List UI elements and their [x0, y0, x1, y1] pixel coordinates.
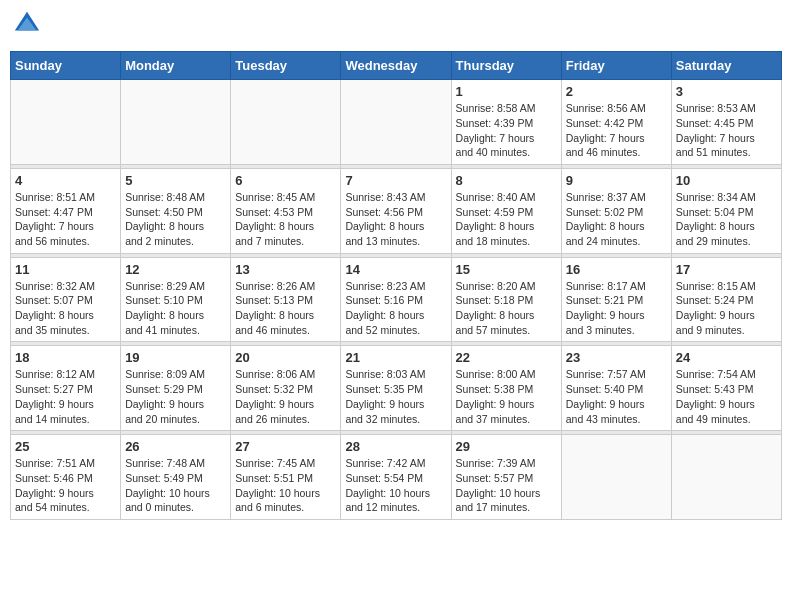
day-info: Sunrise: 8:17 AMSunset: 5:21 PMDaylight:…: [566, 279, 667, 338]
day-info: Sunrise: 8:03 AMSunset: 5:35 PMDaylight:…: [345, 367, 446, 426]
day-number: 2: [566, 84, 667, 99]
calendar-cell: 12Sunrise: 8:29 AMSunset: 5:10 PMDayligh…: [121, 257, 231, 342]
calendar-cell: 2Sunrise: 8:56 AMSunset: 4:42 PMDaylight…: [561, 80, 671, 165]
calendar-cell: 5Sunrise: 8:48 AMSunset: 4:50 PMDaylight…: [121, 168, 231, 253]
calendar-cell: 10Sunrise: 8:34 AMSunset: 5:04 PMDayligh…: [671, 168, 781, 253]
weekday-header-thursday: Thursday: [451, 52, 561, 80]
day-info: Sunrise: 8:45 AMSunset: 4:53 PMDaylight:…: [235, 190, 336, 249]
calendar-cell: 3Sunrise: 8:53 AMSunset: 4:45 PMDaylight…: [671, 80, 781, 165]
calendar-body: 1Sunrise: 8:58 AMSunset: 4:39 PMDaylight…: [11, 80, 782, 520]
day-number: 1: [456, 84, 557, 99]
calendar-cell: 25Sunrise: 7:51 AMSunset: 5:46 PMDayligh…: [11, 435, 121, 520]
day-number: 9: [566, 173, 667, 188]
calendar-cell: 29Sunrise: 7:39 AMSunset: 5:57 PMDayligh…: [451, 435, 561, 520]
weekday-header-wednesday: Wednesday: [341, 52, 451, 80]
calendar-cell: [231, 80, 341, 165]
calendar-cell: [341, 80, 451, 165]
day-number: 4: [15, 173, 116, 188]
day-number: 19: [125, 350, 226, 365]
calendar-week-4: 18Sunrise: 8:12 AMSunset: 5:27 PMDayligh…: [11, 346, 782, 431]
day-number: 5: [125, 173, 226, 188]
day-number: 27: [235, 439, 336, 454]
day-info: Sunrise: 8:43 AMSunset: 4:56 PMDaylight:…: [345, 190, 446, 249]
calendar-cell: 7Sunrise: 8:43 AMSunset: 4:56 PMDaylight…: [341, 168, 451, 253]
day-number: 21: [345, 350, 446, 365]
day-number: 14: [345, 262, 446, 277]
day-info: Sunrise: 7:48 AMSunset: 5:49 PMDaylight:…: [125, 456, 226, 515]
day-info: Sunrise: 8:58 AMSunset: 4:39 PMDaylight:…: [456, 101, 557, 160]
calendar-cell: 24Sunrise: 7:54 AMSunset: 5:43 PMDayligh…: [671, 346, 781, 431]
day-number: 3: [676, 84, 777, 99]
calendar-cell: 18Sunrise: 8:12 AMSunset: 5:27 PMDayligh…: [11, 346, 121, 431]
calendar-header-row: SundayMondayTuesdayWednesdayThursdayFrid…: [11, 52, 782, 80]
calendar-cell: 15Sunrise: 8:20 AMSunset: 5:18 PMDayligh…: [451, 257, 561, 342]
calendar-cell: [121, 80, 231, 165]
calendar-cell: 8Sunrise: 8:40 AMSunset: 4:59 PMDaylight…: [451, 168, 561, 253]
calendar-cell: 21Sunrise: 8:03 AMSunset: 5:35 PMDayligh…: [341, 346, 451, 431]
calendar-cell: 6Sunrise: 8:45 AMSunset: 4:53 PMDaylight…: [231, 168, 341, 253]
day-number: 17: [676, 262, 777, 277]
calendar-table: SundayMondayTuesdayWednesdayThursdayFrid…: [10, 51, 782, 520]
day-info: Sunrise: 8:12 AMSunset: 5:27 PMDaylight:…: [15, 367, 116, 426]
day-number: 26: [125, 439, 226, 454]
calendar-cell: 4Sunrise: 8:51 AMSunset: 4:47 PMDaylight…: [11, 168, 121, 253]
day-info: Sunrise: 8:51 AMSunset: 4:47 PMDaylight:…: [15, 190, 116, 249]
day-number: 25: [15, 439, 116, 454]
calendar-cell: [561, 435, 671, 520]
day-info: Sunrise: 8:20 AMSunset: 5:18 PMDaylight:…: [456, 279, 557, 338]
calendar-cell: 13Sunrise: 8:26 AMSunset: 5:13 PMDayligh…: [231, 257, 341, 342]
day-info: Sunrise: 7:45 AMSunset: 5:51 PMDaylight:…: [235, 456, 336, 515]
day-number: 24: [676, 350, 777, 365]
calendar-cell: 11Sunrise: 8:32 AMSunset: 5:07 PMDayligh…: [11, 257, 121, 342]
day-number: 18: [15, 350, 116, 365]
calendar-cell: 9Sunrise: 8:37 AMSunset: 5:02 PMDaylight…: [561, 168, 671, 253]
day-info: Sunrise: 8:56 AMSunset: 4:42 PMDaylight:…: [566, 101, 667, 160]
weekday-header-saturday: Saturday: [671, 52, 781, 80]
day-info: Sunrise: 7:42 AMSunset: 5:54 PMDaylight:…: [345, 456, 446, 515]
day-number: 8: [456, 173, 557, 188]
day-number: 13: [235, 262, 336, 277]
calendar-cell: 14Sunrise: 8:23 AMSunset: 5:16 PMDayligh…: [341, 257, 451, 342]
day-info: Sunrise: 8:26 AMSunset: 5:13 PMDaylight:…: [235, 279, 336, 338]
calendar-cell: 26Sunrise: 7:48 AMSunset: 5:49 PMDayligh…: [121, 435, 231, 520]
calendar-cell: [11, 80, 121, 165]
logo: [10, 10, 41, 43]
calendar-week-1: 1Sunrise: 8:58 AMSunset: 4:39 PMDaylight…: [11, 80, 782, 165]
day-info: Sunrise: 8:29 AMSunset: 5:10 PMDaylight:…: [125, 279, 226, 338]
day-info: Sunrise: 7:57 AMSunset: 5:40 PMDaylight:…: [566, 367, 667, 426]
calendar-cell: 17Sunrise: 8:15 AMSunset: 5:24 PMDayligh…: [671, 257, 781, 342]
day-number: 15: [456, 262, 557, 277]
day-number: 29: [456, 439, 557, 454]
day-number: 10: [676, 173, 777, 188]
day-info: Sunrise: 8:53 AMSunset: 4:45 PMDaylight:…: [676, 101, 777, 160]
calendar-week-2: 4Sunrise: 8:51 AMSunset: 4:47 PMDaylight…: [11, 168, 782, 253]
day-number: 23: [566, 350, 667, 365]
day-info: Sunrise: 8:06 AMSunset: 5:32 PMDaylight:…: [235, 367, 336, 426]
day-info: Sunrise: 8:23 AMSunset: 5:16 PMDaylight:…: [345, 279, 446, 338]
day-number: 11: [15, 262, 116, 277]
calendar-cell: 1Sunrise: 8:58 AMSunset: 4:39 PMDaylight…: [451, 80, 561, 165]
day-number: 20: [235, 350, 336, 365]
day-info: Sunrise: 8:37 AMSunset: 5:02 PMDaylight:…: [566, 190, 667, 249]
weekday-header-monday: Monday: [121, 52, 231, 80]
calendar-cell: 28Sunrise: 7:42 AMSunset: 5:54 PMDayligh…: [341, 435, 451, 520]
day-number: 28: [345, 439, 446, 454]
day-number: 16: [566, 262, 667, 277]
day-info: Sunrise: 8:32 AMSunset: 5:07 PMDaylight:…: [15, 279, 116, 338]
day-info: Sunrise: 8:34 AMSunset: 5:04 PMDaylight:…: [676, 190, 777, 249]
day-info: Sunrise: 8:09 AMSunset: 5:29 PMDaylight:…: [125, 367, 226, 426]
weekday-header-sunday: Sunday: [11, 52, 121, 80]
day-number: 7: [345, 173, 446, 188]
day-number: 6: [235, 173, 336, 188]
page-header: [10, 10, 782, 43]
calendar-cell: 22Sunrise: 8:00 AMSunset: 5:38 PMDayligh…: [451, 346, 561, 431]
day-info: Sunrise: 7:51 AMSunset: 5:46 PMDaylight:…: [15, 456, 116, 515]
day-info: Sunrise: 8:00 AMSunset: 5:38 PMDaylight:…: [456, 367, 557, 426]
day-info: Sunrise: 7:54 AMSunset: 5:43 PMDaylight:…: [676, 367, 777, 426]
day-number: 22: [456, 350, 557, 365]
weekday-header-friday: Friday: [561, 52, 671, 80]
day-info: Sunrise: 8:48 AMSunset: 4:50 PMDaylight:…: [125, 190, 226, 249]
day-info: Sunrise: 8:15 AMSunset: 5:24 PMDaylight:…: [676, 279, 777, 338]
calendar-cell: [671, 435, 781, 520]
calendar-week-3: 11Sunrise: 8:32 AMSunset: 5:07 PMDayligh…: [11, 257, 782, 342]
